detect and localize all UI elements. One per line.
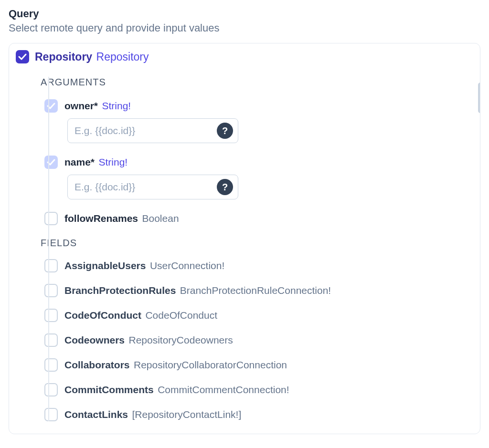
field-checkbox[interactable]	[44, 358, 58, 372]
argument-name: owner*	[64, 100, 98, 111]
argument-input-wrap-name: ?	[67, 175, 238, 199]
field-type[interactable]: BranchProtectionRuleConnection!	[180, 285, 331, 296]
page-subtitle: Select remote query and provide input va…	[9, 22, 480, 34]
field-checkbox[interactable]	[44, 309, 58, 322]
root-node-row: Repository Repository	[16, 50, 471, 63]
argument-name: followRenames	[64, 213, 138, 224]
help-icon[interactable]: ?	[217, 123, 233, 139]
field-checkbox[interactable]	[44, 333, 58, 347]
field-row: AssignableUsers UserConnection!	[44, 259, 471, 272]
argument-input-name[interactable]	[74, 181, 217, 193]
argument-checkbox-owner[interactable]	[44, 99, 58, 113]
argument-row-owner: owner* String!	[44, 99, 471, 113]
field-label: ContactLinks [RepositoryContactLink!]	[64, 409, 241, 420]
argument-label: followRenames Boolean	[64, 213, 179, 224]
field-checkbox[interactable]	[44, 383, 58, 396]
root-type[interactable]: Repository	[96, 51, 149, 63]
field-row: ContactLinks [RepositoryContactLink!]	[44, 408, 471, 421]
argument-name: name*	[64, 156, 95, 167]
argument-row-name: name* String!	[44, 156, 471, 169]
field-checkbox[interactable]	[44, 284, 58, 297]
field-name: AssignableUsers	[64, 260, 146, 271]
page-title: Query	[9, 8, 480, 20]
field-row: BranchProtectionRules BranchProtectionRu…	[44, 284, 471, 297]
field-name: ContactLinks	[64, 409, 128, 420]
field-type[interactable]: RepositoryCodeowners	[128, 334, 233, 345]
field-label: CommitComments CommitCommentConnection!	[64, 384, 289, 396]
field-name: BranchProtectionRules	[64, 285, 176, 296]
check-icon	[18, 53, 27, 60]
field-row: Codeowners RepositoryCodeowners	[44, 333, 471, 347]
field-type[interactable]: RepositoryCollaboratorConnection	[134, 359, 287, 370]
argument-label: name* String!	[64, 156, 128, 168]
field-type[interactable]: [RepositoryContactLink!]	[132, 409, 241, 420]
root-checkbox[interactable]	[16, 50, 29, 63]
argument-row-followrenames: followRenames Boolean	[44, 212, 471, 225]
argument-input-owner[interactable]	[74, 125, 217, 136]
help-icon[interactable]: ?	[217, 179, 233, 195]
arguments-section: ARGUMENTS owner* String! ?	[16, 77, 471, 421]
field-type[interactable]: UserConnection!	[150, 260, 224, 271]
field-row: CommitComments CommitCommentConnection!	[44, 383, 471, 396]
argument-type[interactable]: String!	[98, 156, 128, 167]
field-label: Codeowners RepositoryCodeowners	[64, 334, 233, 346]
field-type[interactable]: CommitCommentConnection!	[158, 384, 289, 395]
field-name: Collaborators	[64, 359, 130, 370]
field-label: AssignableUsers UserConnection!	[64, 260, 224, 271]
argument-type[interactable]: Boolean	[142, 213, 179, 224]
field-label: CodeOfConduct CodeOfConduct	[64, 310, 217, 321]
field-label: BranchProtectionRules BranchProtectionRu…	[64, 285, 331, 296]
argument-label: owner* String!	[64, 100, 131, 112]
field-name: CodeOfConduct	[64, 310, 141, 321]
field-checkbox[interactable]	[44, 408, 58, 421]
argument-type[interactable]: String!	[102, 100, 131, 111]
root-name: Repository	[35, 51, 92, 63]
field-row: Collaborators RepositoryCollaboratorConn…	[44, 358, 471, 372]
field-label: Collaborators RepositoryCollaboratorConn…	[64, 359, 287, 371]
field-checkbox[interactable]	[44, 259, 58, 272]
field-type[interactable]: CodeOfConduct	[145, 310, 217, 321]
query-panel: Repository Repository ARGUMENTS owner* S…	[9, 43, 480, 434]
root-label: Repository Repository	[35, 51, 149, 63]
argument-checkbox-followrenames[interactable]	[44, 212, 58, 225]
argument-checkbox-name[interactable]	[44, 156, 58, 169]
fields-heading: FIELDS	[41, 238, 471, 249]
scrollbar-thumb[interactable]	[478, 83, 480, 113]
arguments-heading: ARGUMENTS	[41, 77, 471, 88]
tree-line	[48, 77, 49, 421]
field-name: CommitComments	[64, 384, 154, 395]
argument-input-wrap-owner: ?	[67, 118, 238, 143]
field-name: Codeowners	[64, 334, 125, 345]
field-row: CodeOfConduct CodeOfConduct	[44, 309, 471, 322]
